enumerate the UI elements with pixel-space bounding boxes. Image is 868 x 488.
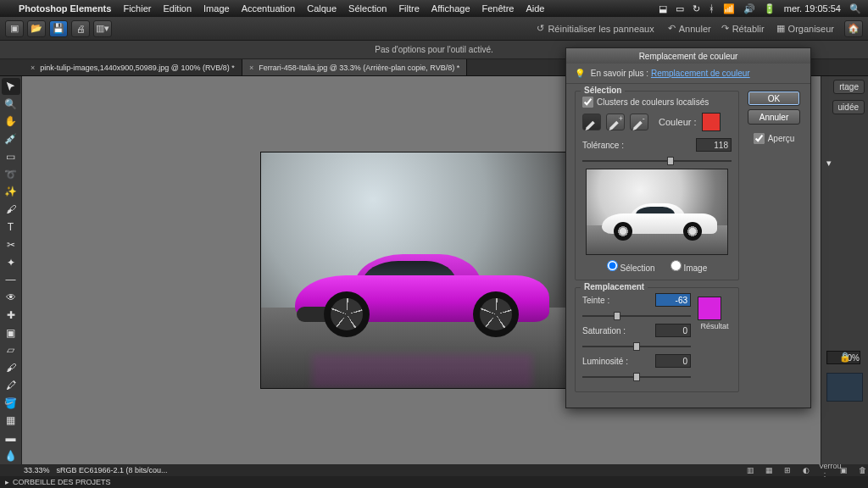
dropbox-icon[interactable]: ⬓ bbox=[659, 3, 667, 14]
lightbulb-icon: 💡 bbox=[575, 69, 585, 78]
status-icon[interactable]: ▦ bbox=[763, 466, 775, 474]
home-button[interactable]: ▣ bbox=[5, 20, 24, 37]
status-icon[interactable]: ▥ bbox=[744, 466, 756, 474]
sponge-tool[interactable]: 💧 bbox=[2, 447, 20, 464]
eyedropper-plus-icon[interactable]: + bbox=[606, 114, 625, 130]
sat-slider[interactable] bbox=[582, 342, 691, 351]
eyedropper-minus-icon[interactable]: - bbox=[630, 114, 648, 130]
eyedropper-tool[interactable]: 💉 bbox=[2, 130, 20, 147]
status-icon[interactable]: ▣ bbox=[837, 466, 849, 474]
lum-input[interactable] bbox=[655, 354, 691, 368]
menu-selection[interactable]: Sélection bbox=[348, 3, 387, 14]
hue-slider[interactable] bbox=[582, 312, 691, 320]
menu-calque[interactable]: Calque bbox=[307, 3, 337, 14]
lasso-tool[interactable]: ➰ bbox=[2, 166, 20, 183]
status-icon[interactable]: ⊞ bbox=[782, 466, 793, 474]
bluetooth-icon[interactable]: ᚼ bbox=[709, 3, 715, 14]
lock-icon[interactable]: 🔒 bbox=[839, 352, 851, 363]
help-link[interactable]: Remplacement de couleur bbox=[651, 69, 750, 78]
clusters-checkbox[interactable]: Clusters de couleurs localisés bbox=[582, 97, 732, 108]
hand-tool[interactable]: ✋ bbox=[2, 114, 20, 130]
eraser-tool[interactable]: ▱ bbox=[2, 341, 20, 358]
organizer-label: Organiseur bbox=[788, 24, 834, 34]
battery-icon[interactable]: 🔋 bbox=[764, 3, 776, 14]
crop-tool[interactable]: ✂ bbox=[2, 236, 20, 253]
time-machine-icon[interactable]: ↻ bbox=[693, 3, 700, 14]
dropdown-icon[interactable]: ▾ bbox=[826, 158, 832, 169]
radio-image[interactable]: Image bbox=[670, 260, 708, 273]
project-bin-bar[interactable]: ▸ CORBEILLE DES PROJETS bbox=[0, 476, 868, 488]
menu-filtre[interactable]: Filtre bbox=[398, 3, 419, 14]
menu-edition[interactable]: Edition bbox=[163, 3, 192, 14]
radio-selection[interactable]: Sélection bbox=[607, 260, 655, 273]
brush-tool[interactable]: 🖌 bbox=[2, 359, 20, 376]
trash-icon[interactable]: 🗑 bbox=[856, 466, 868, 474]
undo-link[interactable]: ↶Annuler bbox=[668, 23, 711, 34]
preview-label: Aperçu bbox=[768, 134, 795, 143]
tolerance-label: Tolérance : bbox=[582, 141, 642, 150]
menu-affichage[interactable]: Affichage bbox=[431, 3, 470, 14]
close-icon[interactable]: × bbox=[31, 64, 35, 72]
volume-icon[interactable]: 🔊 bbox=[743, 3, 755, 14]
lum-slider[interactable] bbox=[582, 373, 691, 381]
close-icon[interactable]: × bbox=[249, 64, 253, 72]
undo-label: Annuler bbox=[679, 24, 711, 34]
menu-fichier[interactable]: Fichier bbox=[123, 3, 151, 14]
smart-brush-tool[interactable]: 🖍 bbox=[2, 377, 20, 394]
spotlight-icon[interactable]: 🔍 bbox=[849, 3, 861, 14]
zoom-tool[interactable]: 🔍 bbox=[2, 96, 20, 113]
menu-image[interactable]: Image bbox=[203, 3, 230, 14]
move-tool[interactable] bbox=[2, 78, 20, 95]
save-button[interactable]: 💾 bbox=[49, 20, 68, 37]
eyedropper-icon[interactable] bbox=[582, 114, 601, 130]
hue-label: Teinte : bbox=[582, 296, 642, 305]
organizer-link[interactable]: ▦ Organiseur bbox=[776, 23, 834, 34]
reset-panels-link[interactable]: ↺ Réinitialiser les panneaux bbox=[537, 23, 654, 34]
tolerance-slider[interactable] bbox=[582, 157, 732, 165]
hue-input[interactable] bbox=[655, 293, 691, 307]
clusters-label: Clusters de couleurs localisés bbox=[597, 97, 709, 107]
print-button[interactable]: 🖨 bbox=[71, 20, 90, 37]
open-button[interactable]: 📂 bbox=[27, 20, 46, 37]
redeye-tool[interactable]: 👁 bbox=[2, 289, 20, 306]
app-name[interactable]: Photoshop Elements bbox=[19, 3, 111, 14]
tab-ferrari[interactable]: ×Ferrari-458-Italia.jpg @ 33.3% (Arrière… bbox=[242, 59, 467, 75]
gradient-tool[interactable]: ▦ bbox=[2, 413, 20, 430]
sample-color-swatch[interactable] bbox=[702, 113, 721, 131]
straighten-tool[interactable]: — bbox=[2, 271, 20, 288]
clone-tool[interactable]: ▣ bbox=[2, 324, 20, 341]
zoom-level[interactable]: 33.33% bbox=[24, 466, 50, 474]
status-icon[interactable]: ◐ bbox=[800, 466, 812, 474]
magic-wand-tool[interactable]: ✨ bbox=[2, 184, 20, 201]
marquee-tool[interactable]: ▭ bbox=[2, 148, 20, 165]
house-icon[interactable]: 🏠 bbox=[844, 20, 863, 37]
result-swatch[interactable] bbox=[698, 297, 721, 320]
quick-select-tool[interactable]: 🖌 bbox=[2, 201, 20, 218]
preview-checkbox[interactable]: Aperçu bbox=[754, 133, 795, 144]
clusters-check-input[interactable] bbox=[582, 97, 593, 108]
type-tool[interactable]: T bbox=[2, 219, 20, 236]
ok-button[interactable]: OK bbox=[748, 91, 800, 106]
display-icon[interactable]: ▭ bbox=[676, 3, 684, 14]
arrange-button[interactable]: ▥▾ bbox=[93, 20, 112, 37]
sat-input[interactable] bbox=[655, 324, 691, 337]
clock[interactable]: mer. 19:05:54 bbox=[784, 3, 841, 14]
cookie-cutter-tool[interactable]: ✦ bbox=[2, 254, 20, 271]
shape-tool[interactable]: ▬ bbox=[2, 430, 20, 446]
healing-tool[interactable]: ✚ bbox=[2, 307, 20, 324]
tab-partage[interactable]: rtage bbox=[833, 80, 865, 94]
tab-label: pink-tulip-images,1440x900,50989.jpg @ 1… bbox=[40, 64, 235, 72]
tab-pink-tulip[interactable]: ×pink-tulip-images,1440x900,50989.jpg @ … bbox=[24, 59, 242, 75]
tolerance-input[interactable] bbox=[696, 138, 732, 152]
menu-fenetre[interactable]: Fenêtre bbox=[482, 3, 515, 14]
layer-thumb[interactable] bbox=[826, 373, 863, 402]
redo-link[interactable]: ↷Rétablir bbox=[721, 23, 765, 34]
wifi-icon[interactable]: 📶 bbox=[723, 3, 735, 14]
document-canvas[interactable] bbox=[260, 152, 582, 389]
cancel-button[interactable]: Annuler bbox=[748, 109, 800, 125]
menu-aide[interactable]: Aide bbox=[526, 3, 544, 14]
replacement-group: Remplacement Teinte : Saturation : bbox=[575, 287, 739, 392]
tab-guidee[interactable]: uidée bbox=[832, 100, 865, 114]
bucket-tool[interactable]: 🪣 bbox=[2, 395, 20, 412]
menu-accentuation[interactable]: Accentuation bbox=[242, 3, 296, 14]
